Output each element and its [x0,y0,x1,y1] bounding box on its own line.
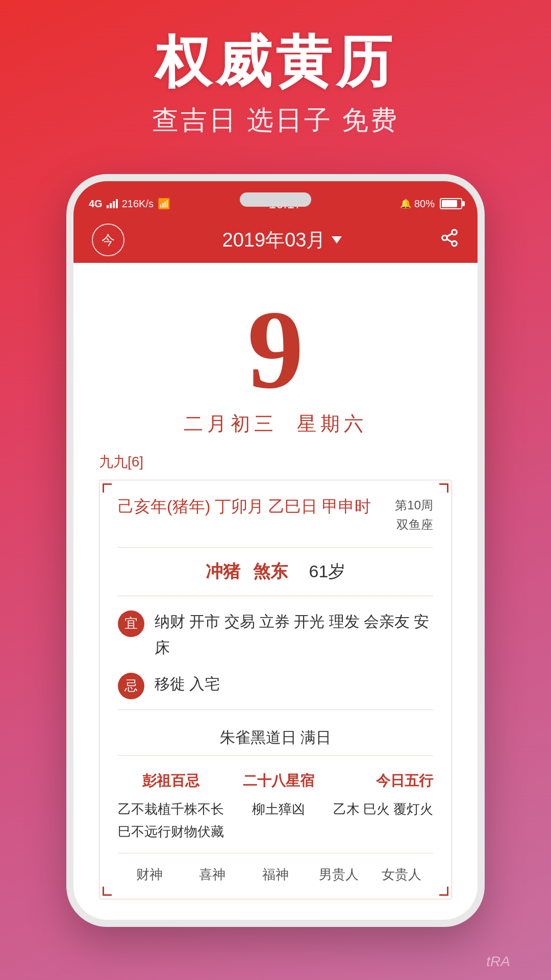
corner-tl-decoration [103,483,112,493]
wuxing-title: 今日五行 [333,771,433,791]
battery-percent: 80% [414,198,435,210]
month-selector[interactable]: 2019年03月 [222,227,342,253]
week-zodiac: 第10周 双鱼座 [395,496,433,535]
chong-row: 冲猪 煞东 61岁 [118,560,433,596]
svg-line-4 [447,233,453,236]
weekday: 星期六 [297,413,367,434]
nine-nine-label: 九九[6] [99,452,452,472]
lunar-date: 二月初三 [184,413,278,434]
status-right: 🔔 80% [400,198,462,210]
alarm-icon: 🔔 [400,198,411,209]
status-left: 4G 216K/s 📶 [89,198,170,210]
footer-col-4: 女贵人 [370,866,433,884]
corner-br-decoration [439,887,448,896]
calendar-content: 9 二月初三 星期六 九九[6] 己亥年(猪年) 丁卯月 乙巳日 甲申时 [73,263,478,920]
lunar-info: 二月初三 星期六 [73,411,478,437]
footer-cols: 财神 喜神 福神 男贵人 女贵人 [118,853,433,884]
ji-row: 忌 移徙 入宅 [118,671,433,699]
pengzu-col: 彭祖百忌 乙不栽植千株不长 巳不远行财物伏藏 [118,771,224,843]
xingxiu-col: 二十八星宿 柳土獐凶 [243,771,314,843]
promo-sub-title: 查吉日 选日子 免费 [0,103,551,138]
wuxing-col: 今日五行 乙木 巳火 覆灯火 [333,771,433,843]
info-card: 己亥年(猪年) 丁卯月 乙巳日 甲申时 第10周 双鱼座 冲猪 煞东 61岁 [99,480,452,899]
pengzu-line2: 巳不远行财物伏藏 [118,820,224,843]
sha-label: 煞东 [253,561,288,581]
app-header: 今 2019年03月 [73,217,478,263]
dropdown-arrow-icon [332,236,342,243]
share-button[interactable] [440,228,459,252]
svg-line-3 [447,239,453,242]
yi-items: 纳财 开市 交易 立券 开光 理发 会亲友 安床 [155,608,433,660]
yi-badge: 宜 [118,610,144,637]
chong-label: 冲猪 [206,561,240,581]
zodiac: 双鱼座 [395,515,433,534]
divider-1 [118,709,433,710]
promo-main-title: 权威黄历 [0,31,551,92]
three-cols: 彭祖百忌 乙不栽植千株不长 巳不远行财物伏藏 二十八星宿 柳土獐凶 今日五行 乙… [118,766,433,853]
ji-badge: 忌 [118,673,144,699]
yi-row: 宜 纳财 开市 交易 立券 开光 理发 会亲友 安床 [118,608,433,660]
chong-age: 61岁 [309,561,346,581]
watermark: tRA [486,953,510,970]
today-label: 今 [102,231,115,249]
info-section: 九九[6] 己亥年(猪年) 丁卯月 乙巳日 甲申时 第10周 双鱼座 [73,452,478,920]
wuxing-content: 乙木 巳火 覆灯火 [333,798,433,820]
month-display: 2019年03月 [222,227,326,253]
date-display: 9 二月初三 星期六 [73,263,478,452]
today-button[interactable]: 今 [92,224,124,256]
ganzhi-text: 己亥年(猪年) 丁卯月 乙巳日 甲申时 [118,496,371,518]
signal-icon [107,199,118,208]
phone-speaker [240,192,311,207]
pengzu-line1: 乙不栽植千株不长 [118,798,224,820]
ganzhi-row: 己亥年(猪年) 丁卯月 乙巳日 甲申时 第10周 双鱼座 [118,496,433,548]
corner-tr-decoration [439,483,448,493]
pengzu-title: 彭祖百忌 [118,771,224,791]
zhuri-row: 朱雀黑道日 满日 [118,720,433,756]
wifi-icon: 📶 [158,198,170,210]
footer-col-0: 财神 [118,866,181,884]
corner-bl-decoration [103,887,112,896]
footer-col-2: 福神 [244,866,307,884]
footer-col-1: 喜神 [181,866,244,884]
day-number: 9 [73,293,478,406]
week-num: 第10周 [395,496,433,515]
xingxiu-content: 柳土獐凶 [243,798,314,820]
footer-col-3: 男贵人 [307,866,370,884]
network-type: 4G [89,198,103,210]
network-speed: 216K/s [122,198,154,210]
battery-bar [440,198,462,209]
xingxiu-title: 二十八星宿 [243,771,314,791]
ji-items: 移徙 入宅 [155,671,433,697]
